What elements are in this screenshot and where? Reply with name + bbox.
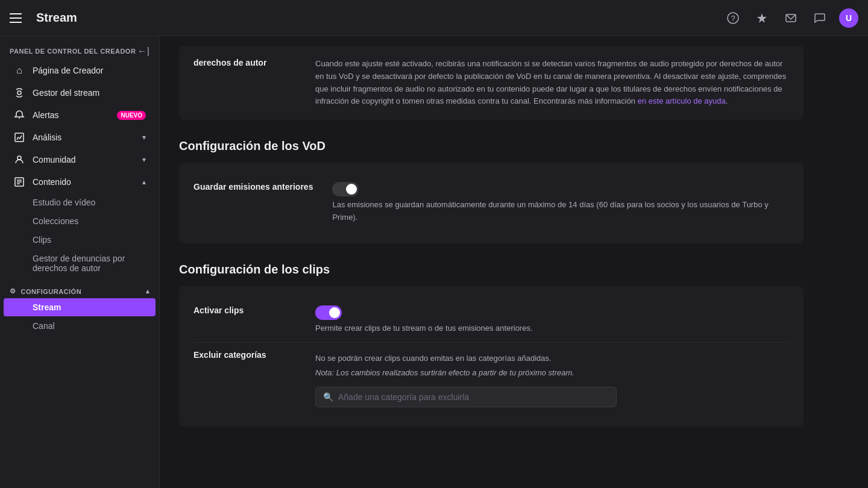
- excluir-categorias-content: No se podrán crear clips cuando emitas e…: [315, 350, 789, 408]
- sub-item-label: Clips: [33, 235, 51, 245]
- home-icon: ⌂: [13, 64, 25, 77]
- clips-settings-card: Activar clips Permite crear clips de tu …: [179, 286, 804, 427]
- sidebar-item-contenido[interactable]: Contenido ▴: [4, 171, 156, 193]
- bell-icon: [13, 109, 25, 121]
- topnav: Stream ? U: [0, 0, 868, 36]
- sidebar-item-label: Gestor del stream: [33, 88, 146, 98]
- stream-icon: [13, 87, 25, 99]
- category-search-wrapper: 🔍: [315, 387, 617, 407]
- guardar-emisiones-row: Guardar emisiones anteriores Las emision…: [193, 175, 789, 231]
- guardar-emisiones-description: Las emisiones se guardan automáticamente…: [332, 199, 789, 224]
- toggle-wrapper: [332, 182, 789, 196]
- vod-section-title: Configuración de los VoD: [179, 139, 804, 153]
- svg-point-6: [17, 156, 21, 160]
- svg-rect-5: [15, 133, 24, 142]
- sidebar-collapse-button[interactable]: ←|: [137, 46, 149, 57]
- chevron-up-icon: ▴: [142, 178, 146, 186]
- guardar-emisiones-content: Las emisiones se guardan automáticamente…: [332, 182, 789, 224]
- topnav-right: ? U: [723, 8, 858, 28]
- analytics-icon: [13, 131, 25, 143]
- new-badge: NUEVO: [117, 111, 146, 120]
- excluir-categorias-label: Excluir categorías: [193, 350, 296, 360]
- guardar-emisiones-label: Guardar emisiones anteriores: [193, 182, 313, 192]
- sidebar-sub-item-clips[interactable]: Clips: [4, 231, 156, 249]
- content-inner: derechos de autor Cuando este ajuste est…: [160, 46, 823, 465]
- avatar[interactable]: U: [839, 8, 858, 28]
- sidebar-panel-title: PANEL DE CONTROL DEL CREADOR: [10, 48, 136, 55]
- topnav-left: Stream: [10, 8, 77, 28]
- sidebar-item-label: Análisis: [33, 133, 135, 142]
- activar-clips-toggle[interactable]: [315, 305, 342, 320]
- main-layout: PANEL DE CONTROL DEL CREADOR ←| ⌂ Página…: [0, 36, 868, 488]
- activar-clips-description: Permite crear clips de tu stream o de tu…: [315, 322, 789, 335]
- sidebar-sub-item-canal[interactable]: Canal: [4, 317, 156, 335]
- sub-item-label: Colecciones: [33, 216, 78, 226]
- activar-clips-label: Activar clips: [193, 305, 296, 315]
- gear-icon: ⚙: [10, 287, 16, 295]
- sidebar-config-section: ⚙ Configuración ▴: [0, 278, 159, 298]
- copyright-label: derechos de autor: [193, 58, 296, 108]
- svg-point-4: [17, 91, 21, 95]
- community-icon: [13, 154, 25, 166]
- sidebar-sub-item-stream[interactable]: Stream: [4, 298, 156, 316]
- excluir-categorias-row: Excluir categorías No se podrán crear cl…: [193, 342, 789, 415]
- excluir-categorias-description-1: No se podrán crear clips cuando emitas e…: [315, 352, 789, 365]
- copyright-card: derechos de autor Cuando este ajuste est…: [179, 46, 804, 120]
- magic-icon[interactable]: [752, 8, 772, 28]
- clips-section-title: Configuración de los clips: [179, 263, 804, 277]
- sub-item-label: Estudio de vídeo: [33, 198, 95, 207]
- sidebar-sub-item-gestor-denuncias[interactable]: Gestor de denuncias por derechos de auto…: [4, 249, 156, 277]
- guardar-emisiones-toggle[interactable]: [332, 182, 359, 196]
- activar-clips-content: Permite crear clips de tu stream o de tu…: [315, 305, 789, 335]
- help-article-link[interactable]: en este artículo de ayuda: [638, 96, 726, 105]
- activar-clips-row: Activar clips Permite crear clips de tu …: [193, 298, 789, 342]
- sidebar-item-analisis[interactable]: Análisis ▾: [4, 127, 156, 148]
- sub-item-label: Stream: [33, 302, 61, 312]
- search-icon: 🔍: [323, 392, 333, 402]
- category-search-input[interactable]: [338, 392, 609, 402]
- inbox-icon[interactable]: [781, 8, 800, 28]
- sub-item-label: Canal: [33, 321, 55, 331]
- copyright-description: Cuando este ajuste esté activado, recibi…: [315, 58, 789, 108]
- svg-marker-2: [757, 13, 767, 23]
- sidebar-sub-item-colecciones[interactable]: Colecciones: [4, 212, 156, 230]
- sidebar-sub-item-estudio-video[interactable]: Estudio de vídeo: [4, 193, 156, 211]
- sidebar-header: PANEL DE CONTROL DEL CREADOR ←|: [0, 41, 159, 59]
- content-area: derechos de autor Cuando este ajuste est…: [160, 36, 868, 488]
- chat-icon[interactable]: [810, 8, 829, 28]
- sub-item-label: Gestor de denuncias por derechos de auto…: [33, 254, 146, 273]
- sidebar-item-label: Página de Creador: [33, 66, 146, 75]
- toggle-knob: [329, 307, 340, 318]
- toggle-knob: [346, 184, 357, 195]
- sidebar-item-label: Comunidad: [33, 155, 135, 164]
- toggle-wrapper: [315, 305, 789, 320]
- sidebar-item-label: Alertas: [33, 110, 110, 120]
- chevron-down-icon: ▾: [142, 155, 146, 164]
- sidebar: PANEL DE CONTROL DEL CREADOR ←| ⌂ Página…: [0, 36, 160, 488]
- sidebar-item-alertas[interactable]: Alertas NUEVO: [4, 104, 156, 126]
- toggle-track: [332, 182, 359, 196]
- content-icon: [13, 176, 25, 188]
- help-icon[interactable]: ?: [723, 8, 743, 28]
- sidebar-item-gestor-stream[interactable]: Gestor del stream: [4, 82, 156, 104]
- page-title: Stream: [36, 11, 77, 25]
- chevron-up-icon: ▴: [146, 287, 150, 295]
- excluir-categorias-description-2: Nota: Los cambios realizados surtirán ef…: [315, 367, 789, 380]
- sidebar-item-comunidad[interactable]: Comunidad ▾: [4, 149, 156, 170]
- chevron-down-icon: ▾: [142, 133, 146, 142]
- toggle-track: [315, 305, 342, 320]
- vod-settings-card: Guardar emisiones anteriores Las emision…: [179, 163, 804, 243]
- sidebar-item-pagina-creador[interactable]: ⌂ Página de Creador: [4, 60, 156, 81]
- hamburger-button[interactable]: [10, 8, 29, 28]
- sidebar-item-label: Contenido: [33, 177, 135, 187]
- svg-text:?: ?: [731, 14, 735, 23]
